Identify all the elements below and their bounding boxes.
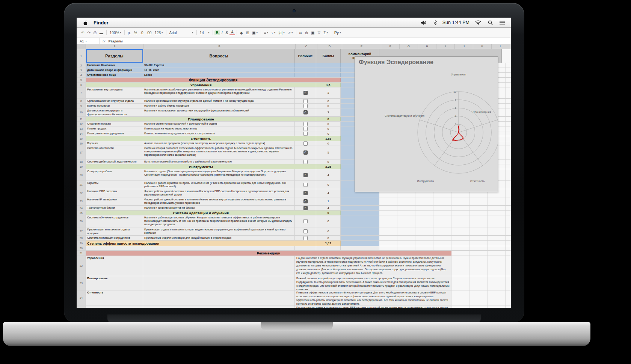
formula-input[interactable]: Разделы [108, 39, 122, 43]
cell[interactable] [143, 305, 295, 308]
cell[interactable]: Должностная инструкция и функциональные … [86, 108, 143, 116]
cell[interactable] [295, 108, 316, 116]
row-number[interactable]: 2 [77, 63, 86, 68]
empty-cells[interactable] [379, 206, 511, 210]
cell[interactable]: Планирование [86, 117, 316, 121]
apple-menu-icon[interactable] [83, 20, 88, 26]
notification-list-icon[interactable] [500, 21, 505, 25]
undo-button[interactable]: ↶ [80, 30, 86, 35]
cell[interactable]: Наличие организационная структура отдела… [143, 99, 295, 103]
cell[interactable]: Организационная структура отдела [86, 99, 143, 103]
cell[interactable]: 0 [316, 117, 341, 121]
checkbox[interactable] [303, 110, 308, 114]
column-header-D[interactable]: D [317, 44, 342, 49]
cell[interactable]: 3 [316, 108, 341, 116]
row-number[interactable]: 29 [77, 241, 86, 246]
row-number[interactable]: 10 [77, 108, 86, 116]
cell[interactable] [295, 68, 316, 72]
cell[interactable] [295, 87, 316, 98]
column-header-C[interactable]: C [296, 44, 317, 49]
cell[interactable]: 0 [316, 215, 341, 227]
cell[interactable]: Ессен [143, 73, 295, 77]
cell[interactable]: 0 [316, 141, 341, 146]
menubar-clock[interactable]: Sun 1:44 PM [442, 20, 469, 25]
empty-cells[interactable] [379, 241, 511, 246]
checkbox[interactable] [303, 199, 308, 203]
cell[interactable]: Степень эффективности экспедрования [86, 241, 316, 246]
cell[interactable] [341, 215, 379, 227]
empty-cells[interactable] [451, 251, 511, 256]
checkbox[interactable] [303, 206, 308, 210]
recommendation-text[interactable]: На данном этапе в отделе логистики функц… [295, 256, 451, 276]
cell[interactable] [341, 206, 379, 210]
spotlight-search-icon[interactable] [488, 20, 493, 25]
cell[interactable] [295, 227, 316, 235]
cell[interactable]: Наличие и работа скриптов Контроль их вы… [143, 181, 295, 189]
cell[interactable]: Наличие регламента рабочего дня, регламе… [143, 87, 295, 98]
empty-cells[interactable] [379, 197, 511, 205]
cell[interactable]: Управления [86, 83, 316, 87]
row-number[interactable]: 3 [77, 68, 86, 72]
row-number[interactable]: 27 [77, 227, 86, 235]
cell[interactable] [295, 99, 316, 103]
cell[interactable]: Презентация компании и отдела продажи [86, 227, 143, 235]
print-button[interactable]: ⎙ [92, 30, 98, 35]
empty-cells[interactable] [502, 49, 511, 63]
cell[interactable] [295, 215, 316, 227]
row-number[interactable]: 15 [77, 136, 86, 141]
cell[interactable]: Регламенты внутри отдела [86, 87, 143, 98]
cell[interactable] [143, 290, 295, 305]
row-number[interactable]: 33 [77, 276, 86, 290]
cell[interactable]: 0 [316, 104, 341, 108]
cell[interactable]: Управления [86, 256, 143, 276]
cell[interactable]: Shuttle Express [143, 63, 295, 68]
cell[interactable] [295, 169, 316, 180]
checkbox[interactable] [303, 236, 308, 240]
cell[interactable]: 4 [316, 206, 341, 210]
cell[interactable]: Система мотивация сотрудников [86, 236, 143, 240]
empty-cells[interactable] [451, 290, 511, 305]
checkbox[interactable] [303, 173, 308, 177]
cell[interactable] [341, 241, 379, 246]
row-number[interactable]: 9 [77, 104, 86, 108]
empty-cells[interactable] [379, 215, 511, 227]
checkbox[interactable] [303, 229, 308, 233]
column-header-H[interactable]: H [418, 44, 436, 49]
cell[interactable]: 0 [316, 236, 341, 240]
increase-decimal-button[interactable]: .00 [145, 30, 153, 35]
column-header-M[interactable]: M [510, 44, 511, 49]
cell[interactable] [316, 73, 341, 77]
bluetooth-icon[interactable] [433, 20, 437, 25]
row-number[interactable]: 17 [77, 146, 86, 159]
cell[interactable]: Презентация отдела и компания которая вы… [143, 227, 295, 235]
cell[interactable]: 0 [316, 99, 341, 103]
cell[interactable]: 1 [316, 197, 341, 205]
fill-color-button[interactable]: ◆ [239, 30, 245, 35]
cell[interactable]: Наличие ERP системы [86, 189, 143, 197]
cell[interactable] [295, 104, 316, 108]
cell[interactable]: Есть ли прописанный алгоритм работы с де… [143, 159, 295, 164]
checkbox[interactable] [303, 104, 308, 108]
cell[interactable]: Система отчетности [86, 146, 143, 159]
column-header-J[interactable]: J [455, 44, 473, 49]
cell[interactable]: Транспортные биржи [86, 206, 143, 210]
checkbox[interactable] [303, 160, 308, 164]
name-box[interactable]: A1▾ [77, 38, 100, 44]
cell[interactable]: Наличие [295, 49, 316, 63]
empty-cells[interactable] [379, 211, 511, 215]
cell[interactable] [295, 197, 316, 205]
row-number[interactable]: 5 [77, 78, 86, 82]
cell[interactable]: 1,81 [316, 136, 341, 141]
checkbox[interactable] [303, 122, 308, 126]
checkbox[interactable] [303, 91, 308, 95]
empty-cells[interactable] [451, 276, 511, 290]
row-number[interactable]: 25 [77, 211, 86, 215]
cell[interactable]: Прописанные модели мотивации для каждой … [143, 236, 295, 240]
column-header-K[interactable]: K [473, 44, 492, 49]
cell[interactable]: Баллы [316, 49, 341, 63]
cell[interactable] [86, 246, 143, 250]
cell[interactable]: Отчетность [86, 136, 316, 141]
cell[interactable] [143, 246, 295, 250]
cell[interactable]: Наличие стратегии краткосрочной и долгос… [143, 122, 295, 126]
paint-format-button[interactable]: ▬ [98, 30, 105, 35]
